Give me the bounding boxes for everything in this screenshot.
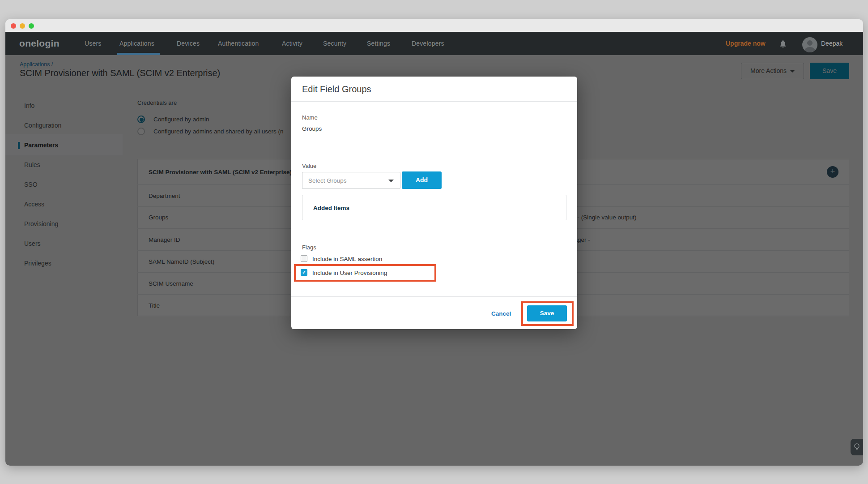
minimize-window-icon[interactable] <box>20 23 25 29</box>
help-lightbulb-widget[interactable] <box>851 439 863 455</box>
nav-item-security[interactable]: Security <box>323 32 346 55</box>
add-button[interactable]: Add <box>402 171 442 189</box>
upgrade-now-link[interactable]: Upgrade now <box>726 32 766 55</box>
nav-item-users[interactable]: Users <box>85 32 102 55</box>
nav-item-authentication[interactable]: Authentication <box>218 32 259 55</box>
modal-title: Edit Field Groups <box>302 84 371 94</box>
username-label[interactable]: Deepak <box>821 32 842 55</box>
flags-label: Flags <box>302 244 316 251</box>
select-placeholder: Select Groups <box>308 177 347 184</box>
macos-titlebar <box>5 19 863 32</box>
groups-select-dropdown[interactable]: Select Groups <box>302 172 400 189</box>
annotation-box-save-button <box>521 301 574 326</box>
edit-field-groups-modal: Edit Field Groups Name Groups Value Sele… <box>291 77 577 329</box>
nav-item-devices[interactable]: Devices <box>177 32 200 55</box>
checkbox-include-saml-label: Include in SAML assertion <box>312 256 382 262</box>
onelogin-logo[interactable]: onelogin <box>19 32 60 55</box>
zoom-window-icon[interactable] <box>29 23 34 29</box>
value-label: Value <box>302 163 316 169</box>
nav-item-settings[interactable]: Settings <box>367 32 390 55</box>
lightbulb-icon <box>851 439 863 455</box>
nav-item-activity[interactable]: Activity <box>282 32 302 55</box>
modal-footer-divider <box>291 296 577 297</box>
user-avatar[interactable] <box>802 37 817 52</box>
cancel-button[interactable]: Cancel <box>491 310 511 317</box>
checkbox-include-saml[interactable] <box>301 255 307 262</box>
modal-divider <box>291 101 577 102</box>
nav-item-applications[interactable]: Applications <box>119 32 154 55</box>
close-window-icon[interactable] <box>11 23 16 29</box>
name-value: Groups <box>302 125 322 132</box>
notifications-bell-icon[interactable] <box>779 39 787 48</box>
nav-item-developers[interactable]: Developers <box>412 32 444 55</box>
name-label: Name <box>302 114 318 121</box>
chevron-down-icon <box>388 180 394 182</box>
added-items-label: Added Items <box>313 205 349 211</box>
annotation-box-provisioning-checkbox <box>294 264 436 282</box>
